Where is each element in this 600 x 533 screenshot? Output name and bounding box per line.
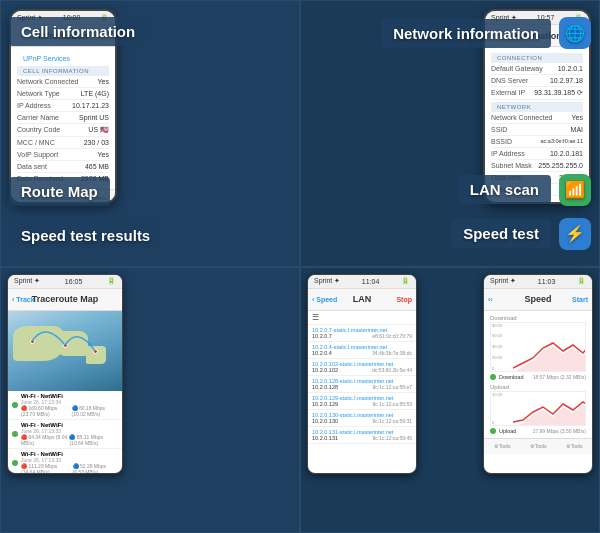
tr-titlebar: ‹ Track Traceroute Map [8,289,122,311]
cell-row-7: Data sent 465 MB [17,161,109,173]
lan-title: LAN [353,294,372,304]
route-map-label: Route Map [21,183,98,200]
download-chart: 80.00 60.00 40.00 20.00 0 [490,322,586,372]
speed-titlebar: ‹‹ Speed Start [484,289,592,311]
upload-speed: 27.99 Mbps (3.50 MB/s) [533,428,586,434]
svg-marker-1 [513,405,585,425]
cell-info-quadrant: Cell information Route Map Speed test re… [0,0,300,267]
download-value-row: Download 18.57 Mbps (2.32 MB/s) [490,374,586,380]
upnp-label[interactable]: UPnP Services [17,51,109,64]
cell-row-2: IP Address 10.17.21.23 [17,100,109,112]
lan-menu-row: ☰ [308,311,416,325]
svg-marker-0 [513,344,585,371]
speed-statusbar: Sprint ✦ 11:03 🔋 [484,275,592,289]
cell-row-4: Country Code US 🇺🇸 [17,124,109,137]
lan-row-2: 10.2.0.102-static.l.masterinter.net 10.2… [308,359,416,376]
upload-chart: 10.00 0 [490,391,586,426]
net-row-ssid: SSID MAI [491,124,583,136]
tr-row-2: Wi-Fi · NetWiFi June 26, 17:13:33 🔴 111.… [8,449,122,473]
traceroute-screen: Sprint ✦ 16:05 🔋 ‹ Track Traceroute Map [8,275,122,473]
lan-row-6: 10.2.0.131-static.l.masterinter.net 10.2… [308,427,416,444]
cell-content: UPnP Services CELL INFORMATION Network C… [11,47,115,189]
speed-title: Speed [524,294,551,304]
tr-row-0: Wi-Fi · NetWiFi June 26, 17:13:34 🔴 169.… [8,391,122,420]
cell-row-5: MCC / MNC 230 / 03 [17,137,109,149]
speed-test-results-banner: Speed test results [9,221,162,250]
lan-back[interactable]: ‹ Speed [312,296,337,303]
route-arc [8,311,122,391]
network-icon: 🌐 [559,17,591,49]
cell-info-label: Cell information [21,23,135,40]
route-map-banner: Route Map [9,177,110,206]
speed-test-results-label: Speed test results [21,227,150,244]
lan-row-4: 10.2.0.129-static.l.masterinter.net 10.2… [308,393,416,410]
lan-row-3: 10.2.0.128-static.l.masterinter.net 10.2… [308,376,416,393]
lan-row-0: 10.2.0.7-static.l.masterinter.net 10.2.0… [308,325,416,342]
net-row-ext: External IP 93.31.39.185 ⟳ [491,87,583,100]
lan-list: 10.2.0.7-static.l.masterinter.net 10.2.0… [308,325,416,444]
tr-back[interactable]: ‹ Track [12,296,35,303]
network-info-quadrant: 🌐 Network information 📶 LAN scan ⚡ Speed… [300,0,600,267]
lan-row-5: 10.2.0.130-static.l.masterinter.net 10.2… [308,410,416,427]
speed-screen: Sprint ✦ 11:03 🔋 ‹‹ Speed Start Download… [484,275,592,473]
traceroute-list: Wi-Fi · NetWiFi June 26, 17:13:34 🔴 169.… [8,391,122,473]
lan-scan-banner: 📶 LAN scan [458,174,591,206]
lan-titlebar: ‹ Speed LAN Stop [308,289,416,311]
cell-row-1: Network Type LTE (4G) [17,88,109,100]
bottom-left-quadrant: Sprint ✦ 16:05 🔋 ‹ Track Traceroute Map [0,267,300,534]
map-area [8,311,122,391]
lan-scan-label: LAN scan [470,181,539,198]
lan-icon: 📶 [559,174,591,206]
download-speed: 18.57 Mbps (2.32 MB/s) [533,374,586,380]
cell-row-3: Carrier Name Sprint US [17,112,109,124]
cell-row-0: Network Connected Yes [17,76,109,88]
net-row-ip: IP Address 10.2.0.181 [491,148,583,160]
tr-row-1: Wi-Fi · NetWiFi June 26, 17:13:33 🔴 64.3… [8,420,122,449]
speed-start[interactable]: Start [572,296,588,303]
net-row-mask: Subnet Mask 255.255.255.0 [491,160,583,172]
net-row-bssid: BSSID ac:a3:0e:f0:ae:11 [491,136,583,148]
upload-chart-svg [513,392,585,425]
speed-toolbar: ⚙ Tools ⚙ Tools ⚙ Tools [484,438,592,454]
cell-info-banner: Cell information [9,17,147,46]
speed-test-label: Speed test [463,225,539,242]
lan-screen: Sprint ✦ 11:04 🔋 ‹ Speed LAN Stop ☰ 10.2… [308,275,416,473]
lan-phone: Sprint ✦ 11:04 🔋 ‹ Speed LAN Stop ☰ 10.2… [307,274,417,474]
net-section: NETWORK [491,102,583,112]
download-value: Download [499,374,523,380]
net-row-conn: Network Connected Yes [491,112,583,124]
speed-test-banner: ⚡ Speed test [451,218,591,250]
upload-value-row: Upload 27.99 Mbps (3.50 MB/s) [490,428,586,434]
tr-title: Traceroute Map [32,294,99,304]
speed-icon: ⚡ [559,218,591,250]
speed-phone: Sprint ✦ 11:03 🔋 ‹‹ Speed Start Download… [483,274,593,474]
lan-statusbar: Sprint ✦ 11:04 🔋 [308,275,416,289]
cell-section-label: CELL INFORMATION [17,66,109,76]
bottom-right-quadrant: Sprint ✦ 11:04 🔋 ‹ Speed LAN Stop ☰ 10.2… [300,267,600,534]
download-section-label: Download [490,315,586,321]
download-chart-svg [513,323,585,371]
network-info-label: Network information [393,25,539,42]
speed-content: Download 80.00 60.00 40.00 20.00 0 [484,311,592,438]
net-row-dns: DNS Server 10.2.97.18 [491,75,583,87]
speed-back[interactable]: ‹‹ [488,296,493,303]
lan-menu-icon[interactable]: ☰ [312,313,319,322]
traceroute-phone: Sprint ✦ 16:05 🔋 ‹ Track Traceroute Map [7,274,123,474]
cell-row-6: VoIP Support Yes [17,149,109,161]
lan-stop[interactable]: Stop [396,296,412,303]
upload-value: Upload [499,428,516,434]
network-info-banner: 🌐 Network information [381,17,591,49]
upload-section-label: Upload [490,384,586,390]
lan-row-1: 10.2.0.4-static.l.masterinter.net 10.2.0… [308,342,416,359]
tr-statusbar: Sprint ✦ 16:05 🔋 [8,275,122,289]
map-background [8,311,122,391]
conn-section: CONNECTION [491,53,583,63]
net-row-gw: Default Gateway 10.2.0.1 [491,63,583,75]
